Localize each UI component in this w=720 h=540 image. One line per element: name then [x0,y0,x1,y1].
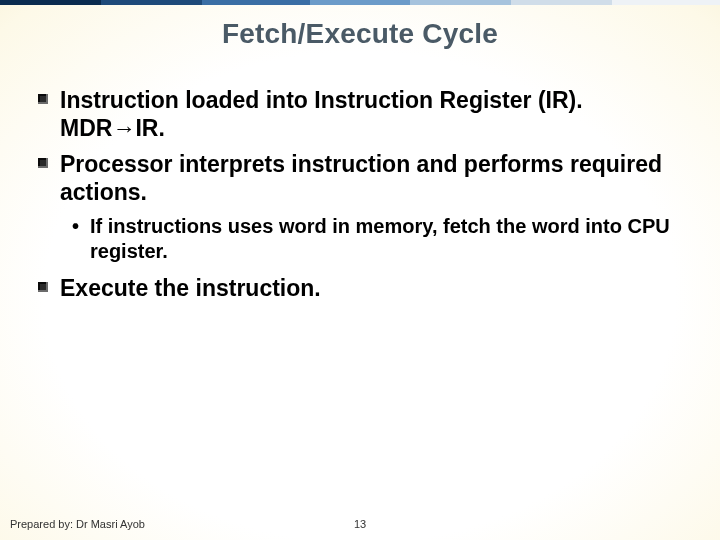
footer-page-number: 13 [0,518,720,530]
square-bullet-icon [38,94,48,104]
bullet-level2: • If instructions uses word in memory, f… [38,214,680,264]
bullet-level1: Instruction loaded into Instruction Regi… [38,86,680,142]
square-bullet-icon [38,158,48,168]
bullet-text: Processor interprets instruction and per… [60,151,662,205]
text-run: IR. [135,115,164,141]
square-bullet-icon [38,282,48,292]
bullet-level1: Processor interprets instruction and per… [38,150,680,206]
slide: Fetch/Execute Cycle Instruction loaded i… [0,0,720,540]
slide-title: Fetch/Execute Cycle [0,18,720,50]
slide-body: Instruction loaded into Instruction Regi… [38,86,680,310]
arrow-icon: → [112,115,135,141]
bullet-level1: Execute the instruction. [38,274,680,302]
top-gradient-bar [0,0,720,5]
bullet-text: Instruction loaded into Instruction Regi… [60,87,583,141]
bullet-text: If instructions uses word in memory, fet… [90,215,670,262]
bullet-text: Execute the instruction. [60,275,321,301]
dot-bullet-icon: • [72,214,79,239]
